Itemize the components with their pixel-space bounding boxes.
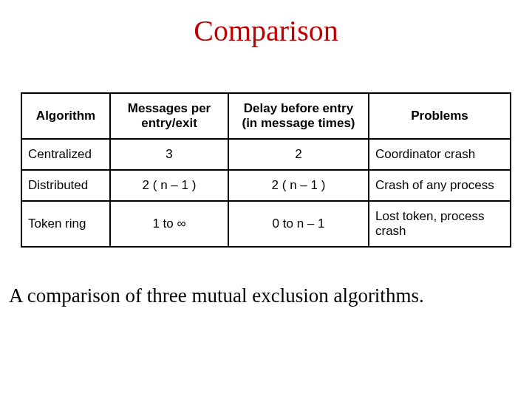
cell-problems: Lost token, process crash xyxy=(369,201,511,247)
cell-problems: Coordinator crash xyxy=(369,139,511,170)
header-problems: Problems xyxy=(369,93,511,139)
page-title: Comparison xyxy=(0,0,532,55)
cell-delay: 2 ( n – 1 ) xyxy=(228,170,369,201)
table-row: Token ring 1 to ∞ 0 to n – 1 Lost token,… xyxy=(21,201,511,247)
table-header-row: Algorithm Messages per entry/exit Delay … xyxy=(21,93,511,139)
cell-algorithm: Token ring xyxy=(21,201,110,247)
table-container: Algorithm Messages per entry/exit Delay … xyxy=(0,55,532,248)
header-algorithm: Algorithm xyxy=(21,93,110,139)
caption-text: A comparison of three mutual exclusion a… xyxy=(0,248,532,307)
cell-algorithm: Distributed xyxy=(21,170,110,201)
cell-messages: 2 ( n – 1 ) xyxy=(110,170,228,201)
comparison-table: Algorithm Messages per entry/exit Delay … xyxy=(21,92,511,248)
table-row: Distributed 2 ( n – 1 ) 2 ( n – 1 ) Cras… xyxy=(21,170,511,201)
header-delay: Delay before entry (in message times) xyxy=(228,93,369,139)
cell-messages: 3 xyxy=(110,139,228,170)
cell-problems: Crash of any process xyxy=(369,170,511,201)
cell-messages: 1 to ∞ xyxy=(110,201,228,247)
cell-delay: 0 to n – 1 xyxy=(228,201,369,247)
table-row: Centralized 3 2 Coordinator crash xyxy=(21,139,511,170)
header-messages: Messages per entry/exit xyxy=(110,93,228,139)
cell-delay: 2 xyxy=(228,139,369,170)
cell-algorithm: Centralized xyxy=(21,139,110,170)
